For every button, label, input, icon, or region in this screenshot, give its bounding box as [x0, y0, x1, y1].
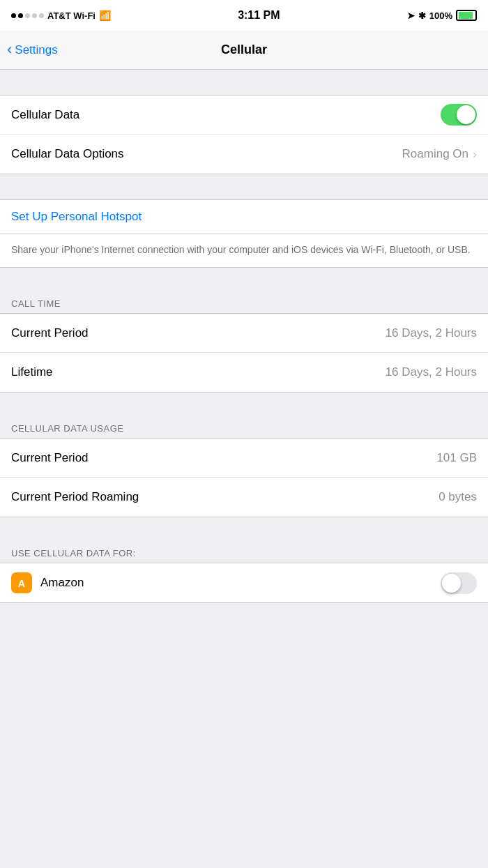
data-usage-roaming-row: Current Period Roaming 0 bytes	[0, 478, 488, 517]
toggle-knob	[457, 105, 475, 124]
bluetooth-icon: ✱	[418, 10, 426, 21]
signal-dot-3	[25, 13, 30, 18]
cellular-data-row[interactable]: Cellular Data	[0, 96, 488, 135]
amazon-toggle-knob	[442, 574, 461, 593]
chevron-right-icon: ›	[473, 147, 477, 162]
status-right: ➤ ✱ 100%	[407, 10, 477, 21]
signal-dot-2	[18, 13, 23, 18]
cellular-data-usage-group: Current Period 101 GB Current Period Roa…	[0, 438, 488, 517]
battery-icon	[456, 10, 477, 21]
data-usage-current-value: 101 GB	[436, 451, 477, 465]
top-gap	[0, 70, 488, 95]
hotspot-description-row: Share your iPhone's Internet connection …	[0, 234, 488, 268]
amazon-toggle[interactable]	[441, 572, 477, 594]
nav-bar: ‹ Settings Cellular	[0, 31, 488, 70]
cellular-data-label: Cellular Data	[11, 108, 79, 122]
wifi-icon: 📶	[99, 10, 111, 21]
carrier-label: AT&T Wi-Fi	[47, 10, 96, 21]
middle-gap-4	[0, 517, 488, 542]
cellular-data-toggle[interactable]	[441, 104, 477, 125]
page-title: Cellular	[221, 43, 267, 57]
use-cellular-header: Use Cellular Data For:	[0, 542, 488, 563]
middle-gap-3	[0, 393, 488, 418]
call-time-current-label: Current Period	[11, 326, 89, 340]
amazon-row[interactable]: A Amazon	[0, 563, 488, 602]
call-time-lifetime-value: 16 Days, 2 Hours	[386, 365, 477, 379]
cellular-data-group: Cellular Data Cellular Data Options Roam…	[0, 95, 488, 174]
location-arrow-icon: ➤	[407, 10, 415, 21]
back-chevron-icon: ‹	[7, 42, 12, 57]
call-time-lifetime-row: Lifetime 16 Days, 2 Hours	[0, 353, 488, 392]
back-label[interactable]: Settings	[15, 43, 57, 57]
apps-group: A Amazon	[0, 563, 488, 603]
status-bar: AT&T Wi-Fi 📶 3:11 PM ➤ ✱ 100%	[0, 0, 488, 31]
cellular-data-options-row[interactable]: Cellular Data Options Roaming On ›	[0, 135, 488, 174]
signal-dots	[11, 13, 44, 18]
call-time-current-row: Current Period 16 Days, 2 Hours	[0, 314, 488, 353]
amazon-app-name: Amazon	[40, 576, 84, 590]
amazon-app-info: A Amazon	[11, 572, 84, 593]
back-button[interactable]: ‹ Settings	[7, 43, 58, 57]
signal-dot-5	[39, 13, 44, 18]
status-left: AT&T Wi-Fi 📶	[11, 10, 111, 21]
signal-dot-4	[32, 13, 37, 18]
middle-gap-1	[0, 174, 488, 199]
hotspot-label[interactable]: Set Up Personal Hotspot	[11, 210, 142, 224]
data-usage-roaming-value: 0 bytes	[439, 490, 477, 504]
hotspot-row[interactable]: Set Up Personal Hotspot	[0, 199, 488, 234]
call-time-header: Call Time	[0, 293, 488, 313]
call-time-group: Current Period 16 Days, 2 Hours Lifetime…	[0, 313, 488, 393]
data-usage-roaming-label: Current Period Roaming	[11, 490, 139, 504]
cellular-data-options-label: Cellular Data Options	[11, 147, 124, 161]
cellular-data-options-value: Roaming On ›	[402, 147, 477, 162]
call-time-lifetime-label: Lifetime	[11, 365, 53, 379]
data-usage-current-row: Current Period 101 GB	[0, 439, 488, 478]
call-time-current-value: 16 Days, 2 Hours	[386, 326, 477, 340]
amazon-app-icon: A	[11, 572, 32, 593]
data-usage-current-label: Current Period	[11, 451, 89, 465]
status-time: 3:11 PM	[238, 9, 280, 22]
battery-label: 100%	[429, 10, 452, 21]
signal-dot-1	[11, 13, 16, 18]
hotspot-description: Share your iPhone's Internet connection …	[11, 243, 477, 257]
middle-gap-2	[0, 268, 488, 293]
cellular-data-usage-header: Cellular Data Usage	[0, 418, 488, 438]
